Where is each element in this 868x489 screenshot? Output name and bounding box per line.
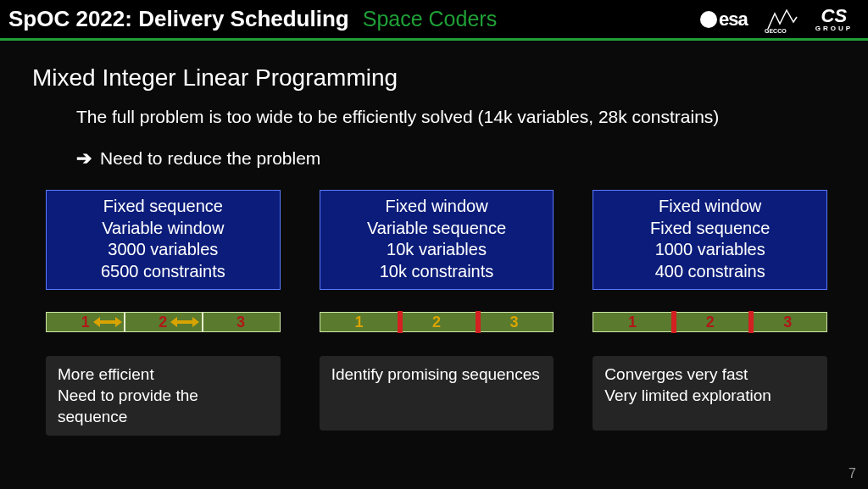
double-arrow-icon bbox=[93, 317, 122, 327]
svg-text:GECCO: GECCO bbox=[765, 28, 787, 34]
bar-diagram-3: 1 2 3 bbox=[593, 312, 827, 336]
double-arrow-icon bbox=[170, 317, 199, 327]
approach-caption-2: Identify promising sequences bbox=[320, 356, 554, 431]
arrow-right-icon: ➔ bbox=[76, 147, 92, 169]
svg-marker-2 bbox=[170, 317, 199, 327]
approach-box-1: Fixed sequence Variable window 3000 vari… bbox=[46, 190, 281, 290]
approach-col-2: Fixed window Variable sequence 10k varia… bbox=[320, 190, 554, 436]
logo-group: esa GECCO CS GROUP bbox=[700, 5, 860, 34]
approach-caption-1: More efficient Need to provide the seque… bbox=[46, 356, 281, 436]
svg-marker-1 bbox=[93, 317, 122, 327]
need-text: Need to reduce the problem bbox=[100, 148, 320, 169]
bar-diagram-1: 1 2 3 bbox=[46, 312, 281, 336]
intro-text: The full problem is too wide to be effic… bbox=[76, 107, 841, 127]
approach-col-1: Fixed sequence Variable window 3000 vari… bbox=[46, 190, 281, 436]
columns: Fixed sequence Variable window 3000 vari… bbox=[32, 190, 841, 436]
section-title: Mixed Integer Linear Programming bbox=[32, 64, 841, 92]
team-name: Space Coders bbox=[363, 7, 497, 31]
gecco-logo: GECCO bbox=[763, 5, 800, 34]
need-line: ➔ Need to reduce the problem bbox=[76, 147, 841, 169]
slide-header: SpOC 2022: Delivery Scheduling Space Cod… bbox=[0, 0, 868, 41]
approach-box-2: Fixed window Variable sequence 10k varia… bbox=[320, 190, 554, 290]
presentation-title: SpOC 2022: Delivery Scheduling bbox=[8, 6, 349, 32]
page-number: 7 bbox=[849, 466, 856, 481]
approach-box-3: Fixed window Fixed sequence 1000 variabl… bbox=[593, 190, 827, 290]
cs-group-logo: CS GROUP bbox=[815, 7, 853, 32]
approach-caption-3: Converges very fast Very limited explora… bbox=[593, 356, 827, 431]
slide-content: Mixed Integer Linear Programming The ful… bbox=[0, 41, 868, 486]
bar-diagram-2: 1 2 3 bbox=[320, 312, 554, 336]
esa-logo: esa bbox=[700, 8, 748, 31]
approach-col-3: Fixed window Fixed sequence 1000 variabl… bbox=[593, 190, 827, 436]
